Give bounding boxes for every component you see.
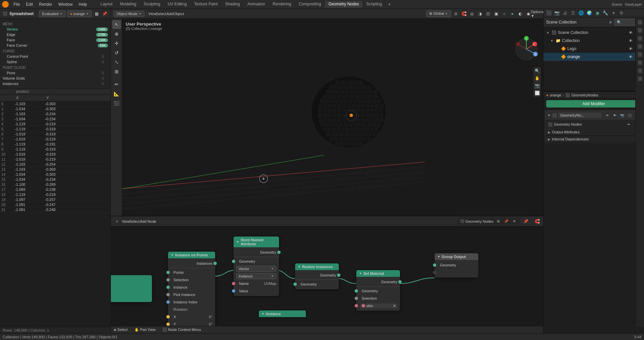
tab-scripting[interactable]: Scripting — [363, 1, 386, 8]
object-properties-icon[interactable]: ◉ — [594, 10, 601, 16]
tab-shading[interactable]: Shading — [222, 1, 243, 8]
node-canvas[interactable]: ▼ Instance on Points Instances — [111, 226, 543, 333]
ortho-btn[interactable]: ⬜ — [534, 90, 540, 96]
scene-properties-icon[interactable]: ⬛ — [546, 10, 552, 16]
menu-help[interactable]: Help — [76, 1, 90, 7]
tab-layout[interactable]: Layout — [97, 1, 116, 8]
node-select-btn[interactable]: Select — [131, 218, 138, 225]
nav-gizmo[interactable]: X Y Z — [513, 36, 540, 63]
node-instance-on-points[interactable]: ▼ Instance on Points Instances — [168, 252, 215, 333]
rotate-tool-btn[interactable]: ↺ — [112, 48, 121, 57]
internal-dependencies-header[interactable]: ▶ Internal Dependencies — [545, 136, 642, 142]
tab-animation[interactable]: Animation — [244, 1, 269, 8]
filter-instances[interactable]: Instances 0 — [3, 81, 108, 86]
measure-tool-btn[interactable]: 📐 — [112, 89, 121, 98]
physics-icon[interactable]: ⚙ — [618, 10, 625, 16]
modifier-render-btn[interactable]: 📷 — [619, 112, 626, 119]
node-instance-box[interactable]: ▼ Instance — [259, 310, 306, 317]
node-editor-close-btn[interactable]: ✕ — [511, 218, 518, 225]
add-workspace-btn[interactable]: + — [386, 1, 393, 8]
tree-eye-icon[interactable]: 👁 — [627, 29, 634, 36]
solid-icon[interactable]: ● — [509, 10, 516, 17]
tab-geometry-nodes[interactable]: Geometry Nodes — [325, 1, 362, 8]
render-properties-icon[interactable]: 📷 — [554, 10, 560, 16]
right-icon-3[interactable]: ⬛ — [637, 35, 643, 42]
modifier-visibility-btn[interactable]: 👁 — [611, 112, 618, 119]
select-btn[interactable]: Select — [158, 10, 164, 17]
tab-modeling[interactable]: Modeling — [117, 1, 140, 8]
object-dropdown[interactable]: ● orange ▼ — [67, 10, 92, 17]
modifier-realtime-btn[interactable]: ⬛ — [626, 112, 633, 119]
filter-point[interactable]: Point 0 — [7, 70, 108, 76]
modifier-properties-icon[interactable]: 🔧 — [602, 10, 609, 16]
right-icon-1[interactable]: ⬛ — [637, 19, 643, 26]
filter-face-corner[interactable]: Face Corner 56K — [7, 43, 108, 48]
view-btn[interactable]: View — [149, 10, 156, 17]
snap-node-btn[interactable]: 🧲 — [534, 218, 540, 225]
node-node-btn[interactable]: Node — [149, 218, 155, 225]
menu-file[interactable]: File — [11, 1, 23, 7]
tab-uv-editing[interactable]: UV Editing — [164, 1, 190, 8]
menu-edit[interactable]: Edit — [23, 1, 36, 7]
node-editor-pin-btn[interactable]: 📌 — [503, 218, 510, 225]
pin-icon[interactable]: 📌 — [101, 10, 108, 17]
evaluated-dropdown[interactable]: Evaluated ▼ — [39, 10, 66, 17]
instance-dropdown[interactable]: Instance ▼ — [236, 273, 276, 279]
node-view-btn[interactable]: View — [122, 218, 129, 225]
move-tool-btn[interactable]: ✛ — [112, 39, 121, 48]
right-icon-5[interactable]: ⬛ — [637, 51, 643, 58]
filter-vertex[interactable]: Vertex 149K — [7, 27, 108, 32]
node-realize-instances[interactable]: ▼ Realize Instances Geometry G — [295, 263, 339, 289]
tree-item-lego[interactable]: ▶ 🔶 Lego 👁 📷 — [544, 45, 644, 53]
node-editor-menu-btn[interactable]: ≡ — [114, 218, 120, 225]
tree-item-scene-collection[interactable]: ▼ ⬛ Scene Collection 👁 📷 — [544, 29, 644, 37]
outliner-filter-icon[interactable]: ≡ — [607, 19, 614, 26]
node-editor-clone-btn[interactable]: ⧉ — [495, 218, 501, 225]
node-pin2-btn[interactable]: 📌 — [522, 218, 529, 225]
filter-control-point[interactable]: Control Point 0 — [7, 54, 108, 59]
camera-btn[interactable]: 📷 — [534, 82, 540, 89]
annotate-tool-btn[interactable]: ✏ — [112, 80, 121, 89]
node-store-named-attribute[interactable]: ▼ Store Named Attribute Geometry — [234, 237, 279, 296]
snap-icon[interactable]: 🧲 — [460, 10, 467, 17]
xray-icon[interactable]: ▣ — [493, 10, 499, 17]
options-btn[interactable]: Options ▼ — [534, 10, 540, 17]
overlay-icon[interactable]: ⊡ — [485, 10, 491, 17]
menu-render[interactable]: Render — [36, 1, 55, 7]
tree-item-collection[interactable]: ▼ 📁 Collection 👁 📷 — [544, 37, 644, 45]
node-row-instance-dropdown[interactable]: Instance ▼ — [234, 272, 279, 280]
filter-edge[interactable]: Edge 278K — [7, 32, 108, 37]
object-btn[interactable]: Object — [175, 10, 182, 17]
add-modifier-btn[interactable]: Add Modifier — [546, 100, 641, 108]
wireframe-icon[interactable]: ○ — [501, 10, 508, 17]
node-set-material[interactable]: ▼ Set Material Geometry Geomet — [356, 270, 400, 311]
vector-dropdown[interactable]: Vector ▼ — [236, 266, 276, 272]
output-attributes-header[interactable]: ▶ Output Attributes — [545, 129, 642, 135]
right-icon-8[interactable]: ⬛ — [637, 75, 643, 82]
object-mode-dropdown[interactable]: Object Mode ▼ — [114, 11, 145, 17]
spreadsheet-body[interactable]: 0-1.103-0.303 1-1.034-0.303 2-1.103-0.23… — [0, 101, 111, 327]
view-layer-properties-icon[interactable]: ☰ — [570, 10, 576, 16]
select-tool-btn[interactable]: ↖ — [112, 20, 121, 29]
pan-btn[interactable]: ✋ — [534, 75, 540, 82]
filter-volume[interactable]: Volume Grids 0 — [3, 76, 108, 81]
zoom-in-btn[interactable]: 🔍 — [534, 68, 540, 74]
pivot-icon[interactable]: ⊙ — [452, 10, 459, 17]
right-icon-4[interactable]: ⬛ — [637, 43, 643, 50]
global-dropdown[interactable]: ⊕ Global ▼ — [426, 10, 451, 17]
tab-compositing[interactable]: Compositing — [295, 1, 324, 8]
menu-window[interactable]: Window — [55, 1, 75, 7]
transform-tool-btn[interactable]: ⊞ — [112, 67, 121, 76]
tree-eye-icon-lego[interactable]: 👁 — [627, 45, 634, 52]
modifier-edit-btn[interactable]: ✏ — [604, 112, 611, 119]
cursor-tool-btn[interactable]: ⊕ — [112, 30, 121, 38]
right-icon-2[interactable]: ⬛ — [637, 27, 643, 34]
tree-eye-icon-orange[interactable]: 👁 — [627, 53, 634, 60]
node-row-vector-dropdown[interactable]: Vector ▼ — [234, 265, 279, 272]
add-cube-btn[interactable]: ⬛ — [112, 99, 121, 108]
shading-icon[interactable]: ◑ — [477, 10, 483, 17]
tab-sculpting[interactable]: Sculpting — [140, 1, 164, 8]
tab-rendering[interactable]: Rendering — [269, 1, 294, 8]
tree-item-orange[interactable]: ▶ 🔶 orange 👁 📷 — [544, 53, 644, 61]
right-icon-7[interactable]: ⬛ — [637, 67, 643, 74]
